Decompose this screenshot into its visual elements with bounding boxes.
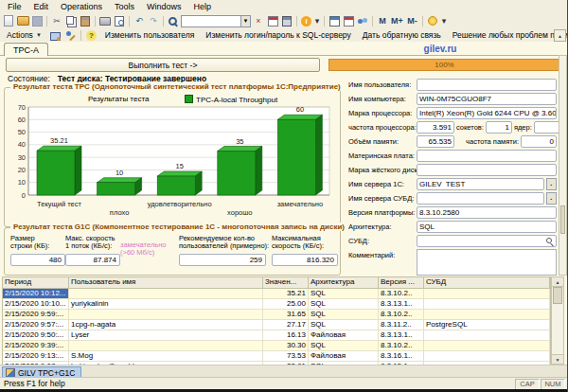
g1c-field-value-3[interactable]: 816.320 [272,254,338,266]
table-cell[interactable]: 1cpg-n-agata [69,320,263,330]
table-cell[interactable] [69,289,263,298]
table-cell[interactable]: 8.3.11.2.. [379,320,424,330]
table-row[interactable]: 2/15/2020 10:10...yuriykalinin25.00SQL8.… [3,299,550,310]
table-row[interactable]: 2/15/2020 9:59:...31.65SQL8.3.10.2.. [3,310,550,320]
open-icon[interactable] [16,15,29,27]
memory-m-minus-icon[interactable]: М- [405,15,419,27]
print-preview-icon[interactable] [113,15,126,27]
table-cell[interactable] [69,341,263,350]
table-row[interactable]: 2/15/2020 9:39:...30.30SQL8.3.10.2.. [3,341,550,351]
column-header-1[interactable]: Пользователь имя [69,277,263,288]
field-input[interactable]: SQL [417,221,557,233]
table-cell[interactable]: 2/15/2020 9:39:... [3,341,69,350]
user-edit-icon[interactable] [63,29,77,42]
table-cell[interactable]: 8.3.10.2.. [379,310,424,319]
table-cell[interactable] [424,330,550,340]
users-icon[interactable] [356,15,369,27]
calendar-icon[interactable] [342,15,355,27]
calendar-icon[interactable] [266,15,279,27]
table-cell[interactable]: 2/15/2020 10:12... [3,289,69,298]
field-input[interactable] [417,192,544,205]
table-cell[interactable]: 2/15/2020 9:13:... [3,351,69,361]
command-link-1[interactable]: Изменить логин/пароль к SQL-серверу [200,30,356,40]
table-cell[interactable]: 30.30 [263,341,309,350]
field-input[interactable]: 65.535 [417,135,454,148]
field-input[interactable]: 3.591 [417,121,454,134]
field-input[interactable]: 8.3.10.2580 [417,206,557,219]
table-scrollbar[interactable]: ▲ ▼ [551,276,564,365]
redo-icon[interactable]: ↷ [147,15,160,27]
menu-file[interactable]: File [2,1,28,12]
command-link-2[interactable]: Дать обратную связь [357,30,447,40]
field-input[interactable]: 1 [486,121,512,134]
undo-icon[interactable]: ↶ [133,15,146,27]
table-cell[interactable] [424,289,550,298]
paste-icon[interactable] [79,15,92,27]
field-input[interactable]: WIN-0M75CGUO8F7 [417,93,557,105]
table-cell[interactable]: 8.3.16.1.. [379,351,424,361]
copy-icon[interactable] [64,15,78,27]
field-input[interactable]: 0 [521,135,557,148]
new-document-icon[interactable] [2,15,15,27]
column-header-3[interactable]: Архитектура [309,277,379,288]
search-combo[interactable]: ▼ [181,15,251,27]
table-cell[interactable]: 2/15/2020 9:59:... [3,310,69,319]
form-scrollbar-thumb[interactable] [560,205,565,234]
save-icon[interactable] [30,15,44,27]
table-cell[interactable]: 2/15/2020 10:10... [3,299,69,309]
calculator-icon[interactable] [280,15,293,27]
table-row[interactable]: 2/15/2020 9:57:...1cpg-n-agata27.17SQL8.… [3,320,550,330]
table-cell[interactable]: 35.21 [263,289,309,298]
run-test-button[interactable]: Выполнить тест -> [6,58,320,72]
caret-down-icon[interactable]: ▾ [440,15,448,27]
table-cell[interactable] [424,351,550,361]
print-icon[interactable] [98,15,112,27]
memory-m-plus-icon[interactable]: М+ [390,15,404,27]
g1c-field-value-0[interactable]: 480 [10,254,65,266]
table-cell[interactable]: SQL [309,341,379,350]
table-cell[interactable]: SQL [309,320,379,330]
table-cell[interactable] [69,310,263,319]
menu-edit[interactable]: Edit [28,1,56,12]
field-input[interactable] [417,164,557,176]
table-cell[interactable] [424,299,550,309]
field-input[interactable] [417,79,557,91]
table-cell[interactable]: 2/15/2020 9:57:... [3,320,69,330]
column-header-5[interactable]: СУБД [424,277,550,288]
table-cell[interactable]: SQL [309,289,379,298]
table-cell[interactable]: 27.17 [263,320,309,330]
menu-windows[interactable]: Windows [141,1,188,12]
tip-icon[interactable] [426,15,439,27]
field-input[interactable]: Intel(R) Xeon(R) Gold 6244 CPU @ 3.60GHz [417,107,557,119]
select-button[interactable]: ▪ [546,178,557,190]
tab-tpc-a[interactable]: TPC-A [4,43,48,56]
form-scrollbar[interactable] [559,55,567,276]
scrollbar-thumb[interactable] [553,287,562,304]
scroll-down-icon[interactable]: ▼ [552,354,563,364]
menu-operations[interactable]: Operations [55,1,109,12]
table-row[interactable]: 2/15/2020 9:13:...S.Mog73.53Файловая8.3.… [3,351,550,362]
column-header-2[interactable]: Значен... [263,277,309,288]
field-input[interactable] [417,150,557,162]
table-cell[interactable]: Файловая [309,351,379,361]
table-cell[interactable]: 2/15/2020 9:50:... [3,330,69,340]
chevron-down-icon[interactable]: ▼ [240,16,250,27]
magnifier-icon[interactable] [545,237,554,245]
help-icon[interactable]: ? [86,30,97,41]
cut-icon[interactable]: ✂ [50,15,63,27]
table-cell[interactable] [424,310,550,319]
menu-tools[interactable]: Tools [109,1,141,12]
g1c-field-value-1[interactable]: 87.874 [65,254,120,266]
field-input[interactable] [417,235,557,247]
table-grid-icon[interactable] [328,15,341,27]
table-cell[interactable]: SQL [309,310,379,319]
command-link-0[interactable]: Изменить пользователя [99,30,201,40]
comment-textarea[interactable] [417,249,557,276]
select-button[interactable]: ▪ [546,192,557,205]
table-cell[interactable]: 8.3.10.2.. [379,289,424,298]
scroll-up-icon[interactable]: ▲ [552,277,563,287]
table-cell[interactable]: 8.3.10.2.. [379,341,424,350]
table-row[interactable]: 2/15/2020 10:12...35.21SQL8.3.10.2.. [3,289,550,299]
table-cell[interactable]: S.Mog [69,351,263,361]
command-link-3[interactable]: Решение любых проблем производительности… [447,30,568,40]
